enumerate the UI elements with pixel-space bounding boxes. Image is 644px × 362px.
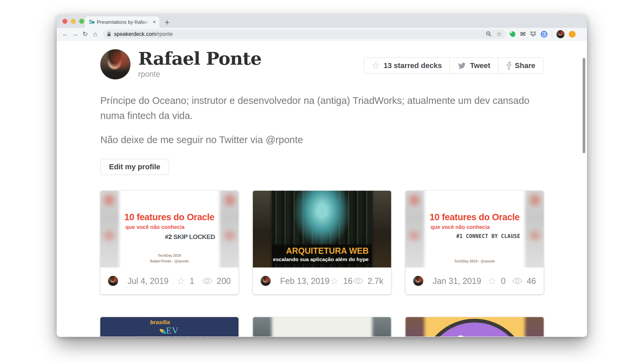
profile-username: rponte [138,70,262,79]
desktop: S⦁ Presentations by Rafael Ponte - S × +… [0,0,644,362]
deck-card-oracle-2[interactable]: 10 features do Oracle que você não conhe… [100,191,238,294]
slide-title: 10 features do Oracle [406,212,544,223]
update-icon[interactable]: ↑ [569,31,576,38]
decks-grid: 10 features do Oracle que você não conhe… [100,191,543,337]
browser-toolbar: ← → ↻ ⌂ speakerdeck.com/rponte ☆ [57,28,587,41]
deck-date: Jan 31, 2019 [433,276,481,286]
home-icon[interactable]: ⌂ [90,29,100,39]
slide-feature-number: #2 [165,233,172,240]
new-tab-button[interactable]: + [159,16,175,28]
edit-profile-button[interactable]: Edit my profile [100,159,169,175]
deck-card-arquitetura-web[interactable]: ARQUITETURA WEB escalando sua aplicação … [253,191,391,294]
close-tab-icon[interactable]: × [153,19,156,25]
deck-footer: Feb 13, 2019 ☆ 16 2. [253,267,391,294]
window-controls [62,19,84,24]
share-button[interactable]: Share [498,57,543,74]
thumb-blur-edge [525,317,544,337]
browser-window: S⦁ Presentations by Rafael Ponte - S × +… [57,14,587,337]
browser-tab[interactable]: S⦁ Presentations by Rafael Ponte - S × [85,16,159,28]
zoom-icon[interactable] [486,31,492,37]
deck-star-count: 1 [190,276,194,286]
lock-icon [107,32,111,37]
thumb-blur-edge [220,191,238,267]
reload-icon[interactable]: ↻ [80,29,90,39]
deck-card-oracle-1[interactable]: 10 features do Oracle que você não conhe… [406,191,544,294]
slide-subtitle: que você não conhecia [100,224,238,230]
speakerdeck-favicon-icon: S⦁ [89,19,94,25]
twitter-icon [458,62,466,69]
onepassword-extension-icon[interactable] [541,31,547,38]
thumb-blur-edge [525,191,544,267]
page-scrollbar[interactable] [583,58,585,153]
deck-card-brasilia-dev[interactable]: brasília EV festival [100,317,238,337]
profile-header: Rafael Ponte rponte ☆ 13 starred decks [100,49,543,79]
deck-card-como[interactable]: Como [406,317,544,337]
slide-feature-name: #1 CONNECT BY CLAUSE [456,233,520,239]
toolbar-separator [552,31,552,37]
deck-footer: Jan 31, 2019 ☆ 0 46 [406,267,544,294]
slide-brand-bottom: festival [114,336,238,337]
thumb-blur-edge [253,191,272,267]
thumb-blur-edge [253,317,272,337]
minimize-window-button[interactable] [71,19,76,24]
close-window-button[interactable] [62,19,67,24]
slide-logo: brasília EV festival [100,319,238,337]
thumb-blur-edge [406,317,424,337]
page-title: Rafael Ponte [138,49,262,68]
deck-author-avatar [108,276,118,286]
deck-author-avatar [413,276,423,286]
evernote-extension-icon[interactable] [509,31,516,38]
leaf-icon [159,328,166,335]
extensions-area: ✉ ↑ [509,30,583,38]
forward-icon[interactable]: → [70,29,80,39]
slide-brand-top: brasília [100,319,220,326]
slide-credits: TechDay 2019 - @rponte [425,258,525,264]
browser-profile-avatar[interactable] [556,30,565,38]
url-text: speakerdeck.com/rponte [114,31,173,37]
profile-actions: ☆ 13 starred decks Tweet [364,57,543,74]
tab-title: Presentations by Rafael Ponte - S [97,19,150,25]
eye-icon [202,278,212,284]
profile-follow-note: Não deixe de me seguir no Twitter via @r… [100,132,531,147]
star-icon: ☆ [372,61,380,70]
deck-card-migrating[interactable]: Migrating fl [253,317,391,337]
starred-decks-button[interactable]: ☆ 13 starred decks [364,57,450,74]
eye-icon [353,278,363,284]
slide-title: 10 features do Oracle [100,212,238,223]
deck-thumbnail: Como [406,317,544,337]
bookmark-star-icon[interactable]: ☆ [496,30,502,38]
thumb-blur-edge [372,317,391,337]
deck-thumbnail: ARQUITETURA WEB escalando sua aplicação … [253,191,391,267]
star-icon: ☆ [488,276,496,286]
starred-decks-label: 13 starred decks [383,61,442,70]
deck-star-count: 16 [343,276,353,286]
deck-date: Jul 4, 2019 [127,276,168,286]
deck-author-avatar [261,276,271,286]
deck-date: Feb 13, 2019 [280,276,329,286]
url-domain: speakerdeck.com [114,31,156,37]
slide-title: ARQUITETURA WEB [286,246,369,255]
slide-title: Como [425,333,524,337]
thumb-blur-edge [406,191,424,267]
profile-avatar [100,49,130,79]
slide-feature-name: SKIP LOCKED [173,233,215,240]
slide-caption-band: ARQUITETURA WEB escalando sua aplicação … [272,244,372,264]
deck-footer: Jul 4, 2019 ☆ 1 200 [100,267,238,294]
slide-credits: TechDay 2019 Rafael Ponte - @rponte [119,253,219,264]
page-content: Rafael Ponte rponte ☆ 13 starred decks [57,41,587,337]
slide-brand-mid: EV [166,325,179,336]
profile-bio: Príncipe do Oceano; instrutor e desenvol… [100,93,531,123]
slide-subtitle: que você não conhecia [406,224,544,230]
facebook-icon [506,61,511,70]
tweet-button[interactable]: Tweet [450,57,498,74]
url-path: /rponte [156,31,173,37]
deck-thumbnail: 10 features do Oracle que você não conhe… [100,191,238,267]
deck-view-count: 200 [217,276,231,286]
zoom-window-button[interactable] [79,19,84,24]
dropbox-extension-icon[interactable] [530,31,536,37]
deck-view-count: 46 [527,276,536,286]
mail-extension-icon[interactable]: ✉ [520,31,526,37]
star-icon: ☆ [330,276,339,286]
back-icon[interactable]: ← [60,29,70,39]
address-bar[interactable]: speakerdeck.com/rponte ☆ [103,29,506,39]
